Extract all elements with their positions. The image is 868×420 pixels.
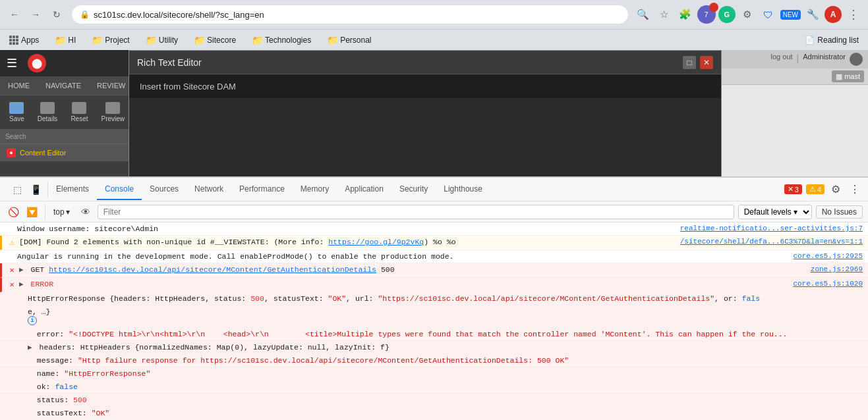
tab-console[interactable]: Console: [97, 179, 142, 200]
address-text: sc101sc.dev.local/sitecore/shell/?sc_lan…: [94, 10, 620, 20]
console-filter-input[interactable]: [98, 205, 734, 219]
reset-tool-button[interactable]: Reset: [67, 99, 92, 125]
content-editor-tab[interactable]: ● Content Editor: [0, 144, 138, 161]
modal-minimize-button[interactable]: □: [683, 56, 696, 69]
forward-button[interactable]: →: [26, 5, 45, 24]
console-line-source-error-label[interactable]: core.es5.js:1020: [793, 280, 863, 288]
save-label: Save: [9, 115, 24, 122]
console-output: Window username: sitecore\Admin realtime…: [0, 223, 868, 420]
security-lock-icon: 🔒: [80, 10, 90, 19]
tab-sources[interactable]: Sources: [142, 179, 187, 200]
devtools-more-button[interactable]: ⋮: [847, 180, 863, 198]
clear-console-button[interactable]: 🚫: [5, 204, 21, 220]
preview-tool-button[interactable]: Preview: [98, 99, 129, 125]
bookmark-hi-label: HI: [68, 36, 76, 45]
error-icon: ✕: [788, 185, 794, 194]
bookmark-sitecore[interactable]: 📁 Sitecore: [190, 33, 240, 47]
console-line-source[interactable]: realtime-notificatio...ser-activities.js…: [680, 224, 863, 232]
console-line-source-warn[interactable]: /sitecore/shell/defa...6C3%7D&la=en&vs=1…: [680, 238, 863, 246]
devtools-panel: ⬚ 📱 Elements Console Sources Network Per…: [0, 176, 868, 420]
insert-from-dam-button[interactable]: Insert from Sitecore DAM: [140, 82, 236, 92]
device-toolbar-button[interactable]: 📱: [28, 182, 43, 197]
devtools-settings-button[interactable]: ⚙: [828, 180, 843, 198]
grammarly-button[interactable]: G: [718, 6, 736, 23]
preview-label: Preview: [101, 115, 125, 122]
nav-home[interactable]: HOME: [0, 76, 38, 95]
profile-avatar[interactable]: A: [825, 6, 842, 23]
reading-list-icon: 📄: [805, 36, 815, 45]
extension-puzzle-button[interactable]: 🧩: [676, 5, 695, 24]
bookmark-technologies[interactable]: 📁 Technologies: [248, 33, 315, 47]
modal-content-area[interactable]: [129, 98, 721, 177]
new-badge-button[interactable]: NEW: [780, 10, 801, 20]
hamburger-icon[interactable]: ☰: [7, 56, 17, 70]
extension-7-badge[interactable]: 7: [697, 5, 716, 24]
console-line-ok: ok: false: [0, 381, 868, 394]
bookmark-button[interactable]: ☆: [655, 5, 674, 24]
console-line-content-fals: e, …} i: [28, 307, 863, 325]
filter-toggle-button[interactable]: 🔽: [24, 204, 40, 220]
console-line-error-content: error: "<!DOCTYPE html>\r\n<html>\r\n <h…: [0, 328, 868, 341]
nav-review[interactable]: REVIEW: [89, 76, 133, 95]
eye-icon-button[interactable]: 👁: [78, 204, 94, 220]
console-line-content-get: ▶ GET https://sc101sc.dev.local/api/site…: [19, 265, 805, 274]
warn-count: 4: [817, 186, 821, 194]
user-name: Administrator: [803, 53, 846, 66]
console-line-content-error-label: ▶ ERROR: [19, 280, 788, 288]
devtools-tabs: ⬚ 📱 Elements Console Sources Network Per…: [0, 178, 868, 201]
top-level-selector[interactable]: top ▾: [49, 206, 74, 218]
settings-button[interactable]: ⚙: [738, 5, 757, 24]
sitecore-search: Search: [0, 129, 138, 144]
console-line-content-status: status: 500: [28, 396, 863, 404]
tab-elements[interactable]: Elements: [48, 179, 97, 200]
apps-label: Apps: [21, 36, 39, 45]
details-tool-button[interactable]: Details: [34, 99, 62, 125]
console-line-content-status-text: statusText: "OK": [28, 409, 863, 417]
logout-link[interactable]: log out: [771, 53, 793, 66]
console-level-select[interactable]: Default levels ▾: [738, 205, 812, 219]
console-line-source-angular[interactable]: core.es5.js:2925: [793, 252, 863, 260]
reload-button[interactable]: ↻: [47, 5, 66, 24]
sitecore-header: ☰ ⬤: [0, 50, 138, 76]
apps-button[interactable]: Apps: [5, 34, 43, 47]
bookmark-technologies-label: Technologies: [265, 36, 311, 45]
extensions-button[interactable]: 🔧: [803, 5, 822, 24]
folder-icon: 📁: [252, 35, 263, 45]
console-line-source-get[interactable]: zone.js:2969: [811, 265, 863, 273]
warn-count-badge: ⚠ 4: [806, 184, 825, 194]
nav-navigate[interactable]: NAVIGATE: [38, 76, 89, 95]
preview-icon: [105, 102, 120, 114]
console-line-content-message: message: "Http failure response for http…: [28, 356, 863, 365]
tab-performance[interactable]: Performance: [231, 179, 293, 200]
back-button[interactable]: ←: [5, 5, 24, 24]
dropdown-chevron: ▾: [66, 207, 70, 217]
bookmark-utility[interactable]: 📁 Utility: [142, 33, 182, 47]
reading-list-button[interactable]: 📄 Reading list: [801, 34, 863, 47]
tab-application[interactable]: Application: [337, 179, 391, 200]
console-line-content-error-body: error: "<!DOCTYPE html>\r\n<html>\r\n <h…: [28, 330, 863, 338]
save-tool-button[interactable]: Save: [5, 99, 28, 125]
tab-lighthouse[interactable]: Lighthouse: [436, 179, 490, 200]
menu-button[interactable]: ⋮: [844, 5, 863, 24]
bookmark-project[interactable]: 📁 Project: [88, 33, 133, 47]
bookmark-utility-label: Utility: [159, 36, 178, 45]
user-avatar-icon: [850, 53, 863, 66]
apps-grid-icon: [9, 36, 18, 45]
address-bar[interactable]: 🔒 sc101sc.dev.local/sitecore/shell/?sc_l…: [71, 5, 629, 24]
shield-button[interactable]: 🛡: [759, 5, 778, 24]
tab-security[interactable]: Security: [391, 179, 436, 200]
console-line-message: message: "Http failure response for http…: [0, 354, 868, 367]
inspect-element-button[interactable]: ⬚: [9, 182, 25, 197]
tab-memory[interactable]: Memory: [293, 179, 337, 200]
sitecore-toolbar: Save Details Reset Preview: [0, 95, 138, 129]
error-line-icon2: ✕: [7, 280, 16, 290]
bookmark-hi[interactable]: 📁 HI: [51, 33, 80, 47]
tab-network[interactable]: Network: [187, 179, 231, 200]
rich-text-editor-modal[interactable]: Rich Text Editor □ ✕ Insert from Sitecor…: [129, 50, 722, 178]
bookmark-personal[interactable]: 📁 Personal: [323, 33, 375, 47]
modal-close-button[interactable]: ✕: [700, 56, 713, 69]
bookmarks-bar: Apps 📁 HI 📁 Project 📁 Utility 📁 Sitecore…: [0, 29, 868, 50]
console-line-headers: ▶ headers: HttpHeaders {normalizedNames:…: [0, 341, 868, 354]
search-button[interactable]: 🔍: [634, 5, 652, 24]
no-issues-button[interactable]: No Issues: [816, 205, 863, 219]
